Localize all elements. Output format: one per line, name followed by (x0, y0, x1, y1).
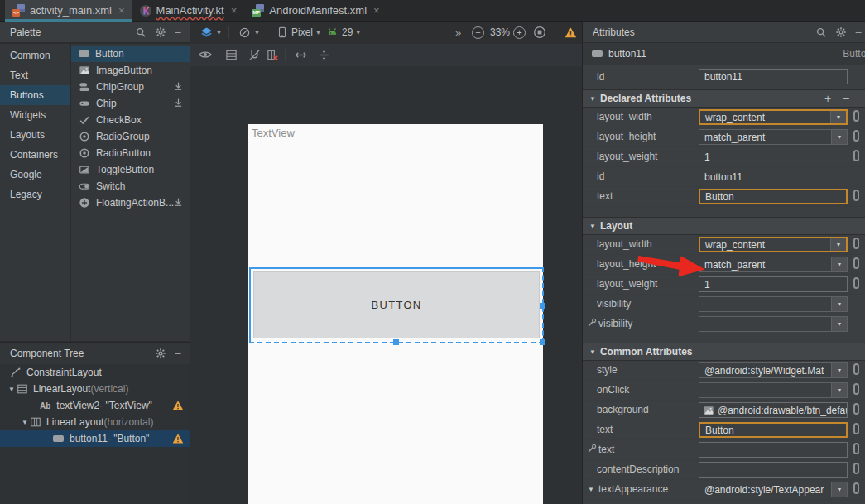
tools-attribute-toggle[interactable] (853, 463, 859, 474)
palette-item-switch[interactable]: Switch (71, 178, 190, 194)
section-layout[interactable]: Layout (583, 217, 865, 235)
gear-icon[interactable] (155, 26, 166, 38)
palette-category-layouts[interactable]: Layouts (0, 125, 70, 145)
minimize-icon[interactable] (855, 26, 862, 39)
device-selector[interactable]: Pixel (276, 22, 321, 43)
tools-attribute-toggle[interactable] (853, 190, 859, 201)
resize-handle-corner[interactable] (540, 339, 545, 345)
download-icon[interactable] (173, 197, 184, 208)
gear-icon[interactable] (835, 26, 847, 38)
resize-handle-right[interactable] (540, 303, 545, 309)
chevron-down-icon[interactable] (831, 317, 847, 331)
tools-attribute-toggle[interactable] (853, 482, 859, 494)
tools-attribute-toggle[interactable] (853, 238, 859, 249)
chevron-down-icon[interactable] (831, 482, 847, 497)
text-input[interactable]: Button (699, 422, 848, 438)
remove-attribute-icon[interactable] (843, 92, 849, 105)
tools-visibility-dropdown[interactable] (699, 316, 848, 332)
close-icon[interactable] (231, 4, 238, 17)
view-options-button[interactable] (199, 44, 212, 65)
orientation-selector[interactable] (238, 22, 260, 43)
tools-attribute-toggle[interactable] (853, 423, 859, 434)
zoom-to-fit-button[interactable] (533, 22, 546, 43)
close-icon[interactable] (118, 4, 125, 17)
tools-attribute-toggle[interactable] (853, 110, 859, 122)
tree-node-button11[interactable]: button11- "Button" (0, 430, 190, 447)
minimize-icon[interactable] (175, 347, 181, 360)
canvas-button[interactable]: BUTTON (253, 271, 540, 338)
tree-node-linearlayout-horizontal[interactable]: LinearLayout (horizontal) (0, 414, 190, 430)
contentdescription-input[interactable] (699, 462, 848, 478)
palette-item-floatingactionbutton[interactable]: FloatingActionB... (71, 194, 190, 211)
chevron-down-icon[interactable] (830, 111, 846, 123)
tree-node-constraintlayout[interactable]: ConstraintLayout (0, 364, 190, 381)
design-surface-selector[interactable] (200, 22, 222, 43)
layout-height-dropdown[interactable]: match_parent (699, 129, 848, 145)
tab-androidmanifest-xml[interactable]: MF AndroidManifest.xml (244, 0, 387, 21)
chevron-down-icon[interactable] (831, 383, 847, 397)
minimize-icon[interactable] (175, 26, 181, 39)
resize-handle-bottom[interactable] (393, 339, 399, 345)
palette-item-togglebutton[interactable]: ToggleButton (71, 161, 190, 178)
layout-weight-value[interactable]: 1 (699, 149, 848, 165)
expander-icon[interactable] (588, 480, 594, 499)
visibility-dropdown[interactable] (699, 296, 848, 312)
layout-variant-button[interactable] (225, 44, 238, 65)
tools-attribute-toggle[interactable] (853, 277, 859, 289)
canvas-textview[interactable]: TextView (252, 127, 295, 139)
id-input[interactable]: button11 (699, 69, 848, 84)
palette-item-button[interactable]: Button (71, 46, 190, 62)
palette-item-radiobutton[interactable]: RadioButton (71, 145, 190, 161)
api-level-selector[interactable]: 29 (326, 22, 361, 43)
download-icon[interactable] (173, 81, 184, 92)
tools-attribute-toggle[interactable] (853, 363, 859, 375)
chevron-down-icon[interactable] (830, 238, 846, 251)
orientation-change-button[interactable] (295, 44, 307, 65)
layout-weight-input[interactable]: 1 (699, 276, 848, 292)
section-declared-attributes[interactable]: Declared Attributes (583, 89, 865, 108)
tools-attribute-toggle[interactable] (853, 403, 859, 415)
tools-attribute-toggle[interactable] (853, 443, 859, 454)
tree-node-textview2[interactable]: textView2- "TextView" (0, 397, 190, 414)
chevron-down-icon[interactable] (831, 130, 847, 144)
id-value[interactable]: button11 (699, 169, 848, 185)
warning-icon[interactable] (172, 400, 184, 411)
palette-category-buttons[interactable]: Buttons (0, 85, 70, 105)
add-attribute-icon[interactable] (824, 92, 831, 105)
palette-category-common[interactable]: Common (0, 46, 70, 65)
palette-item-chip[interactable]: Chip (71, 95, 190, 112)
chevron-down-icon[interactable] (831, 363, 847, 377)
chevron-down-icon[interactable] (831, 257, 847, 271)
style-dropdown[interactable]: @android:style/Widget.Mat (699, 362, 848, 378)
download-icon[interactable] (173, 98, 184, 108)
tools-attribute-toggle[interactable] (853, 257, 859, 269)
tab-activity-main-xml[interactable]: <> activity_main.xml (5, 0, 132, 21)
chevron-overflow-icon[interactable] (455, 22, 461, 43)
palette-item-radiogroup[interactable]: RadioGroup (71, 128, 190, 145)
textappearance-dropdown[interactable]: @android:style/TextAppear (699, 482, 848, 497)
zoom-out-button[interactable]: − (472, 22, 484, 43)
palette-item-chipgroup[interactable]: ChipGroup (71, 79, 190, 95)
clear-constraints-button[interactable] (267, 44, 279, 65)
palette-category-widgets[interactable]: Widgets (0, 105, 70, 125)
search-icon[interactable] (815, 26, 827, 38)
close-icon[interactable] (373, 4, 380, 17)
palette-category-text[interactable]: Text (0, 65, 70, 85)
selected-linearlayout-bounds[interactable]: BUTTON (249, 267, 544, 343)
autoconnect-off-button[interactable] (248, 44, 261, 65)
palette-category-legacy[interactable]: Legacy (0, 185, 70, 204)
warnings-button[interactable] (565, 22, 577, 43)
tree-node-linearlayout-vertical[interactable]: LinearLayout (vertical) (0, 381, 190, 397)
background-input[interactable]: @android:drawable/btn_defau (699, 402, 848, 418)
distribute-button[interactable] (318, 44, 330, 65)
palette-item-checkbox[interactable]: CheckBox (71, 112, 190, 128)
warning-icon[interactable] (172, 433, 184, 444)
expander-icon[interactable] (20, 419, 30, 426)
layout-height-dropdown[interactable]: match_parent (699, 257, 848, 272)
palette-category-google[interactable]: Google (0, 165, 70, 185)
section-common-attributes[interactable]: Common Attributes (583, 343, 865, 361)
tools-attribute-toggle[interactable] (853, 383, 859, 395)
tab-mainactivity-kt[interactable]: MainActivity.kt (132, 0, 245, 21)
chevron-down-icon[interactable] (831, 297, 847, 311)
layout-width-dropdown[interactable]: wrap_content (699, 237, 848, 252)
